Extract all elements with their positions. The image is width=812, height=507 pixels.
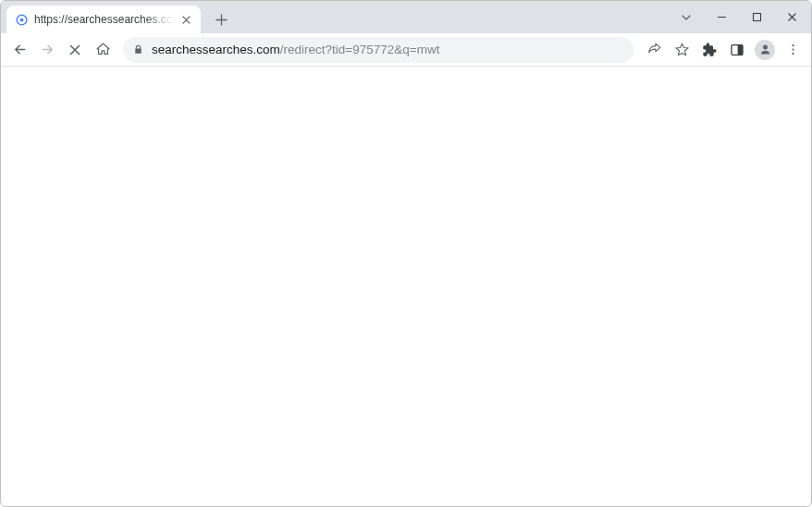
- back-button[interactable]: [6, 37, 32, 63]
- svg-point-5: [792, 44, 794, 46]
- forward-button[interactable]: [34, 37, 60, 63]
- tab-close-button[interactable]: [178, 12, 193, 27]
- svg-rect-4: [738, 44, 743, 55]
- avatar-icon: [755, 40, 775, 60]
- page-content: [2, 67, 810, 505]
- url-domain: searchessearches.com: [152, 43, 280, 56]
- url-path: /redirect?tid=975772&q=mwt: [280, 43, 440, 56]
- bookmark-button[interactable]: [669, 37, 695, 63]
- close-window-button[interactable]: [774, 5, 809, 31]
- home-button[interactable]: [90, 37, 116, 63]
- svg-point-1: [19, 18, 23, 21]
- new-tab-button[interactable]: [208, 6, 234, 32]
- share-button[interactable]: [641, 37, 667, 63]
- lock-icon[interactable]: [132, 43, 144, 56]
- maximize-button[interactable]: [739, 5, 774, 31]
- svg-point-6: [792, 48, 794, 50]
- tab-title: https://searchessearches.com/re: [34, 13, 173, 26]
- minimize-button[interactable]: [704, 5, 739, 31]
- svg-rect-2: [753, 14, 760, 21]
- titlebar: https://searchessearches.com/re: [1, 1, 811, 33]
- svg-point-7: [792, 53, 794, 55]
- tab-search-button[interactable]: [669, 5, 704, 31]
- profile-button[interactable]: [752, 37, 778, 63]
- stop-reload-button[interactable]: [62, 37, 88, 63]
- tab-favicon: [14, 12, 29, 27]
- sidepanel-button[interactable]: [724, 37, 750, 63]
- url-text: searchessearches.com/redirect?tid=975772…: [152, 43, 624, 56]
- toolbar: searchessearches.com/redirect?tid=975772…: [1, 33, 811, 67]
- window-controls: [669, 1, 809, 33]
- address-bar[interactable]: searchessearches.com/redirect?tid=975772…: [123, 37, 634, 63]
- toolbar-right: [641, 37, 806, 63]
- active-tab[interactable]: https://searchessearches.com/re: [6, 6, 201, 33]
- menu-button[interactable]: [780, 37, 806, 63]
- extensions-button[interactable]: [696, 37, 722, 63]
